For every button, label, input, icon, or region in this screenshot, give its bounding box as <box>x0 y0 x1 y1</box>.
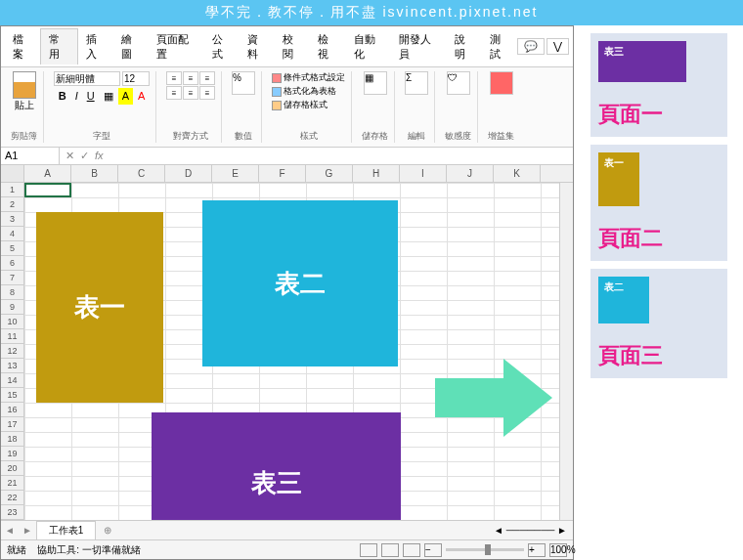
zoom-level[interactable]: 100% <box>549 543 567 557</box>
row-header[interactable]: 23 <box>1 505 23 520</box>
align-ml[interactable]: ≡ <box>166 86 182 100</box>
tab-test[interactable]: 測試 <box>482 29 517 65</box>
col-header[interactable]: B <box>71 165 118 182</box>
row-header[interactable]: 8 <box>1 285 23 300</box>
fill-button[interactable]: A <box>118 88 133 105</box>
row-header[interactable]: 17 <box>1 417 23 432</box>
row-header[interactable]: 5 <box>1 241 23 256</box>
shape-table3[interactable]: 表三 <box>152 412 401 520</box>
row-header[interactable]: 20 <box>1 461 23 476</box>
bold-button[interactable]: B <box>55 88 70 105</box>
group-font: B I U ▦ A A 字型 <box>48 71 156 143</box>
tab-file[interactable]: 檔案 <box>5 29 40 65</box>
row-header[interactable]: 22 <box>1 491 23 505</box>
fx-icon[interactable]: fx <box>95 150 104 162</box>
sheet-nav-prev[interactable]: ◄ <box>1 525 19 536</box>
cells-button[interactable]: ▦ <box>364 71 387 95</box>
number-format-button[interactable]: % <box>232 71 255 95</box>
add-sheet-button[interactable]: ⊕ <box>96 525 119 536</box>
col-header[interactable]: A <box>24 165 71 182</box>
sheet-nav-next[interactable]: ► <box>19 525 36 536</box>
align-tr[interactable]: ≡ <box>199 71 215 85</box>
tab-view[interactable]: 檢視 <box>310 29 345 65</box>
zoom-out-button[interactable]: − <box>424 543 442 557</box>
row-header[interactable]: 18 <box>1 432 23 447</box>
underline-button[interactable]: U <box>83 88 99 105</box>
tab-insert[interactable]: 插入 <box>78 29 113 65</box>
zoom-in-button[interactable]: + <box>528 543 546 557</box>
status-accessibility: 協助工具: 一切準備就緒 <box>37 544 141 555</box>
font-name-select[interactable] <box>54 71 120 86</box>
col-header[interactable]: K <box>494 165 541 182</box>
row-header[interactable]: 21 <box>1 476 23 491</box>
align-tl[interactable]: ≡ <box>166 71 182 85</box>
view-normal-icon[interactable] <box>360 543 377 557</box>
tab-review[interactable]: 校閱 <box>275 29 310 65</box>
vertical-scrollbar[interactable] <box>559 183 573 520</box>
col-header[interactable]: C <box>118 165 165 182</box>
row-header[interactable]: 14 <box>1 373 23 388</box>
tab-auto[interactable]: 自動化 <box>346 29 391 65</box>
addins-button[interactable] <box>490 71 513 95</box>
sheet-tab[interactable]: 工作表1 <box>36 521 97 539</box>
color-button[interactable]: A <box>134 88 149 105</box>
border-button[interactable]: ▦ <box>100 88 117 105</box>
col-header[interactable]: F <box>259 165 306 182</box>
cell-style-button[interactable]: 儲存格樣式 <box>272 99 345 111</box>
zoom-slider[interactable] <box>446 548 524 551</box>
tab-help[interactable]: 說明 <box>447 29 482 65</box>
row-header[interactable]: 15 <box>1 388 23 403</box>
row-header[interactable]: 1 <box>1 183 23 197</box>
tab-data[interactable]: 資料 <box>240 29 275 65</box>
row-header[interactable]: 19 <box>1 447 23 461</box>
view-break-icon[interactable] <box>403 543 420 557</box>
select-all-corner[interactable] <box>1 165 24 182</box>
preview-page-3: 表二 頁面三 <box>590 269 727 378</box>
row-header[interactable]: 11 <box>1 329 23 344</box>
italic-button[interactable]: I <box>71 88 82 105</box>
enter-icon[interactable]: ✓ <box>80 150 89 162</box>
row-header[interactable]: 13 <box>1 359 23 373</box>
tab-layout[interactable]: 頁面配置 <box>149 29 204 65</box>
tab-home[interactable]: 常用 <box>40 28 77 65</box>
sensitivity-button[interactable]: 🛡 <box>447 71 470 95</box>
view-layout-icon[interactable] <box>381 543 399 557</box>
col-header[interactable]: G <box>306 165 353 182</box>
align-mc[interactable]: ≡ <box>183 86 198 100</box>
selected-cell[interactable] <box>24 183 71 197</box>
cond-format-button[interactable]: 條件式格式設定 <box>272 71 345 84</box>
paste-button[interactable]: 貼上 <box>13 71 36 112</box>
row-header[interactable]: 2 <box>1 197 23 212</box>
tab-dev[interactable]: 開發人員 <box>391 29 447 65</box>
row-header[interactable]: 7 <box>1 271 23 285</box>
col-header[interactable]: E <box>212 165 259 182</box>
name-box[interactable]: A1 <box>1 148 60 164</box>
shape-table2[interactable]: 表二 <box>202 200 398 366</box>
tab-draw[interactable]: 繪圖 <box>113 29 149 65</box>
font-size-select[interactable] <box>122 71 150 86</box>
cancel-icon[interactable]: ✕ <box>66 150 74 162</box>
row-header[interactable]: 10 <box>1 315 23 329</box>
share-button[interactable]: ⋁ <box>546 38 569 55</box>
tab-formulas[interactable]: 公式 <box>204 29 240 65</box>
shape-table1[interactable]: 表一 <box>36 212 163 403</box>
align-tc[interactable]: ≡ <box>183 71 198 85</box>
col-header[interactable]: D <box>165 165 212 182</box>
col-header[interactable]: H <box>353 165 400 182</box>
row-header[interactable]: 6 <box>1 256 23 271</box>
as-table-button[interactable]: 格式化為表格 <box>272 85 345 98</box>
horizontal-scrollbar[interactable]: ◄ ─────── ► <box>119 525 573 536</box>
arrow-shape[interactable] <box>435 359 552 437</box>
row-header[interactable]: 3 <box>1 212 23 227</box>
cell-grid[interactable]: 表一 表二 表三 <box>24 183 573 520</box>
comments-button[interactable]: 💬 <box>517 38 545 55</box>
row-header[interactable]: 4 <box>1 227 23 241</box>
col-header[interactable]: I <box>400 165 447 182</box>
row-header[interactable]: 12 <box>1 344 23 359</box>
row-header[interactable]: 9 <box>1 300 23 315</box>
align-mr[interactable]: ≡ <box>199 86 215 100</box>
col-header[interactable]: J <box>447 165 494 182</box>
editing-button[interactable]: Σ <box>405 71 428 95</box>
row-header[interactable]: 16 <box>1 403 23 417</box>
formula-bar[interactable] <box>109 148 573 164</box>
